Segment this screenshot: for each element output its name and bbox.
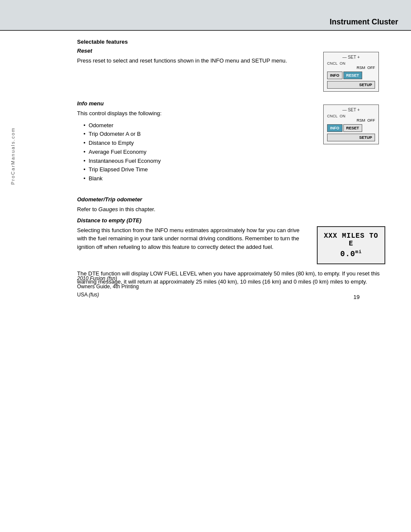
page-title: Instrument Cluster (330, 18, 398, 27)
setup-btn-1[interactable]: SETUP (327, 81, 375, 89)
list-item: Trip Elapsed Drive Time (83, 165, 308, 174)
dte-body-text1: Selecting this function from the INFO me… (77, 226, 308, 251)
reset-heading: Reset (77, 48, 308, 54)
footer: 2010 Fusion (fsn) Owners Guide, 4th Prin… (77, 275, 139, 299)
list-item: Distance to Empty (83, 139, 308, 148)
list-item: Trip Odometer A or B (83, 130, 308, 139)
odometer-refer-text: Refer to (77, 206, 98, 212)
info-btn-2[interactable]: INFO (327, 124, 342, 132)
cncl-row-1: CNCL ON (327, 61, 375, 66)
footer-usa: USA (77, 292, 87, 298)
header-banner: Instrument Cluster (0, 0, 411, 30)
set-row-2: — SET + (327, 108, 375, 112)
list-item: Odometer (83, 121, 308, 130)
control-panel-2: — SET + CNCL ON RSM OFF INFO RESET SETUP (323, 105, 379, 144)
odometer-gauges-italic: Gauges (98, 206, 118, 212)
info-menu-intro: This control displays the following: (77, 109, 308, 118)
info-menu-heading: Info menu (77, 100, 308, 107)
control-panel-1: — SET + CNCL ON RSM OFF INFO RESET SE (323, 52, 379, 92)
footer-line3: USA (fus) (77, 291, 139, 299)
control-panel-2-image: — SET + CNCL ON RSM OFF INFO RESET SETUP (317, 100, 385, 144)
dte-value: 0.0 (340, 250, 355, 258)
dte-heading: Distance to empty (DTE) (77, 217, 385, 224)
reset-btn-1[interactable]: RESET (343, 72, 362, 79)
rsm-off-row: RSM OFF (327, 66, 375, 70)
setup-row-1: SETUP (327, 81, 375, 89)
cncl-row-2: CNCL ON (327, 114, 375, 118)
btn-row-1: INFO RESET (327, 72, 375, 79)
info-btn-1[interactable]: INFO (327, 72, 342, 79)
setup-btn-2[interactable]: SETUP (327, 134, 375, 141)
odometer-trip-text: Refer to Gauges in this chapter. (77, 205, 385, 214)
reset-section: Reset Press reset to select and reset fu… (77, 48, 385, 92)
info-menu-text-col: Info menu This control displays the foll… (77, 100, 317, 188)
car-fsn: (fsn) (107, 275, 117, 281)
rsm-off-row-2: RSM OFF (327, 118, 375, 123)
reset-text-col: Reset Press reset to select and reset fu… (77, 48, 317, 69)
dte-line1: XXX MILES TO E (322, 232, 380, 248)
footer-line2: Owners Guide, 4th Printing (77, 283, 139, 291)
footer-line1: 2010 Fusion (fsn) (77, 275, 139, 283)
dte-line2: 0.0mi (322, 249, 380, 258)
content-area: Selectable features Reset Press reset to… (0, 31, 411, 312)
setup-row-2: SETUP (327, 134, 375, 141)
selectable-features-heading: Selectable features (77, 39, 385, 45)
set-label-1: — SET + (342, 55, 360, 60)
reset-btn-2[interactable]: RESET (343, 124, 362, 132)
info-menu-section: Info menu This control displays the foll… (77, 100, 385, 188)
set-label-2: — SET + (342, 108, 360, 112)
cncl-label-1: CNCL ON (327, 61, 345, 66)
dte-display-image: XXX MILES TO E 0.0mi (317, 226, 385, 264)
dte-text-col: Selecting this function from the INFO me… (77, 226, 317, 255)
info-menu-list: Odometer Trip Odometer A or B Distance t… (77, 121, 308, 184)
list-item: Instantaneous Fuel Economy (83, 157, 308, 166)
car-model: 2010 Fusion (77, 275, 105, 281)
control-panel-1-image: — SET + CNCL ON RSM OFF INFO RESET SE (317, 48, 385, 92)
set-row-1: — SET + (327, 55, 375, 60)
cncl-on-label-2: CNCL ON (327, 114, 345, 118)
reset-body: Press reset to select and reset function… (77, 57, 308, 65)
btn-row-2: INFO RESET (327, 124, 375, 132)
list-item: Average Fuel Economy (83, 148, 308, 157)
dte-section: Selecting this function from the INFO me… (77, 226, 385, 264)
footer-fus: (fus) (89, 292, 99, 298)
dte-unit: mi (355, 249, 362, 254)
dte-display-box: XXX MILES TO E 0.0mi (317, 226, 385, 264)
odometer-in-chapter: in this chapter. (118, 206, 155, 212)
odometer-trip-heading: Odometer/Trip odometer (77, 196, 385, 203)
list-item: Blank (83, 174, 308, 183)
